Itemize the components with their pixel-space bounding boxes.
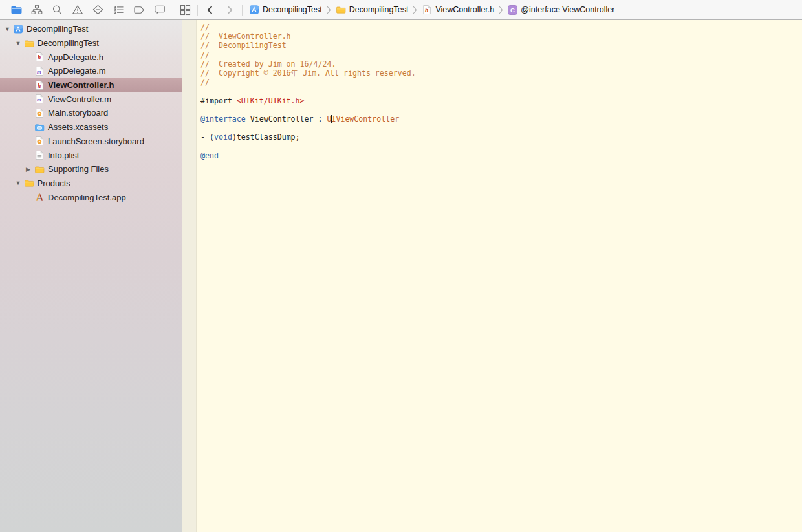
tree-row-label: ViewController.m <box>48 94 111 104</box>
project-icon <box>13 24 23 34</box>
symbol-navigator-button[interactable] <box>30 3 44 17</box>
code-token: void <box>214 133 232 142</box>
code-token: // <box>200 23 210 32</box>
class-symbol-icon: C <box>508 5 517 15</box>
code-line <box>200 87 802 96</box>
find-navigator-button[interactable] <box>50 3 64 17</box>
tree-row-products[interactable]: ▼Products <box>0 176 182 191</box>
tree-row-label: DecompilingTest <box>38 38 99 48</box>
project-navigator: ▼DecompilingTest▼DecompilingTesthAppDele… <box>0 20 182 532</box>
svg-text:h: h <box>38 54 41 61</box>
test-navigator-button[interactable] <box>91 3 105 17</box>
plist-file-icon <box>34 150 45 160</box>
folder-icon <box>336 5 346 15</box>
tree-row-label: DecompilingTest.app <box>48 193 126 202</box>
issue-navigator-button[interactable] <box>70 3 85 17</box>
breadcrumb: DecompilingTestDecompilingTesthViewContr… <box>249 5 614 15</box>
breadcrumb-label: ViewController.h <box>435 5 494 14</box>
svg-text:m: m <box>37 69 41 75</box>
code-line: // <box>200 50 802 59</box>
svg-text:C: C <box>510 6 515 14</box>
tree-row-viewcontroller-h[interactable]: hViewController.h <box>0 78 182 92</box>
code-line <box>200 105 802 114</box>
breadcrumb-item[interactable]: hViewController.h <box>422 5 494 15</box>
tree-row-main-storyboard[interactable]: Main.storyboard <box>0 106 182 120</box>
storyboard-file-icon <box>34 136 45 146</box>
breadcrumb-item[interactable]: C@interface ViewController <box>508 5 614 15</box>
code-line: // Created by Jim on 16/4/24. <box>200 59 802 69</box>
code-area: //// ViewController.h// DecompilingTest/… <box>200 23 802 160</box>
breadcrumb-item[interactable]: DecompilingTest <box>249 5 322 15</box>
code-token: @interface <box>200 114 246 123</box>
code-line: // Copyright © 2016年 Jim. All rights res… <box>200 69 802 78</box>
xcode-window: DecompilingTestDecompilingTesthViewContr… <box>0 0 802 532</box>
code-line: @end <box>200 151 802 160</box>
project-navigator-button[interactable] <box>9 3 23 17</box>
tree-row-appdelegate-m[interactable]: mAppDelegate.m <box>0 64 182 78</box>
tree-row-label: DecompilingTest <box>27 24 88 34</box>
code-token: )testClassDump; <box>232 133 300 142</box>
tree-row-appdelegate-h[interactable]: hAppDelegate.h <box>0 50 182 64</box>
breadcrumb-separator-icon <box>499 6 503 14</box>
code-token: // <box>200 78 210 87</box>
code-line: // ViewController.h <box>200 32 802 41</box>
code-line: @interface ViewController : UIViewContro… <box>200 114 802 123</box>
disclosure-triangle-icon[interactable]: ▶ <box>25 166 34 173</box>
source-editor[interactable]: //// ViewController.h// DecompilingTest/… <box>197 20 802 532</box>
file-tree: ▼DecompilingTest▼DecompilingTesthAppDele… <box>0 20 182 204</box>
impl-file-icon: m <box>34 66 45 76</box>
breakpoint-navigator-button[interactable] <box>132 3 146 17</box>
forward-button[interactable] <box>222 3 237 17</box>
tree-row-assets-xcassets[interactable]: Assets.xcassets <box>0 120 182 134</box>
tree-row-label: ViewController.h <box>48 80 114 90</box>
jump-bar: DecompilingTestDecompilingTesthViewContr… <box>175 0 802 19</box>
report-navigator-button[interactable] <box>153 3 167 17</box>
code-line: // DecompilingTest <box>200 41 802 50</box>
debug-navigator-button[interactable] <box>112 3 126 17</box>
back-button[interactable] <box>203 3 217 17</box>
tree-row-decompilingtest[interactable]: ▼DecompilingTest <box>0 22 182 36</box>
tree-row-label: Assets.xcassets <box>48 122 108 132</box>
editor-gutter <box>182 20 197 532</box>
tree-row-launchscreen-storyboard[interactable]: LaunchScreen.storyboard <box>0 134 182 149</box>
code-line: - (void)testClassDump; <box>200 133 802 142</box>
disclosure-triangle-icon[interactable]: ▼ <box>14 40 24 47</box>
code-token: // Created by Jim on 16/4/24. <box>200 59 336 69</box>
code-token: ViewController : <box>246 114 327 123</box>
code-token: // ViewController.h <box>200 32 291 41</box>
code-line: #import <UIKit/UIKit.h> <box>200 96 802 105</box>
tree-row-label: Supporting Files <box>48 164 109 174</box>
folder-icon <box>24 178 34 188</box>
code-token: - ( <box>200 133 214 142</box>
navigator-bar <box>0 0 175 19</box>
tree-row-supporting-files[interactable]: ▶Supporting Files <box>0 162 182 176</box>
folder-icon <box>24 38 34 48</box>
header-file-icon: h <box>422 5 432 15</box>
tree-row-label: Main.storyboard <box>48 108 108 118</box>
tree-row-label: Products <box>38 178 70 188</box>
disclosure-triangle-icon[interactable]: ▼ <box>14 180 24 186</box>
code-line <box>200 123 802 133</box>
breadcrumb-separator-icon <box>327 6 331 14</box>
disclosure-triangle-icon[interactable]: ▼ <box>3 26 13 32</box>
breadcrumb-item[interactable]: DecompilingTest <box>336 5 409 15</box>
header-file-icon: h <box>34 52 45 62</box>
breadcrumb-label: @interface ViewController <box>521 5 614 14</box>
tree-row-info-plist[interactable]: Info.plist <box>0 148 182 162</box>
tree-row-label: LaunchScreen.storyboard <box>48 136 144 146</box>
code-token: IViewController <box>331 114 399 123</box>
code-token: <UIKit/UIKit.h> <box>237 96 305 105</box>
related-items-icon[interactable] <box>178 3 192 17</box>
code-token: // Copyright © 2016年 Jim. All rights res… <box>200 69 416 78</box>
jumpbar-divider-2 <box>242 5 243 16</box>
top-toolbar: DecompilingTestDecompilingTesthViewContr… <box>0 0 802 20</box>
impl-file-icon: m <box>34 94 45 104</box>
tree-row-decompilingtest-app[interactable]: DecompilingTest.app <box>0 190 182 204</box>
code-token: // DecompilingTest <box>200 41 287 50</box>
code-token: // <box>200 50 210 59</box>
header-file-icon: h <box>34 80 45 90</box>
code-line <box>200 142 802 151</box>
code-line: // <box>200 78 802 87</box>
tree-row-decompilingtest[interactable]: ▼DecompilingTest <box>0 36 182 50</box>
tree-row-viewcontroller-m[interactable]: mViewController.m <box>0 92 182 106</box>
